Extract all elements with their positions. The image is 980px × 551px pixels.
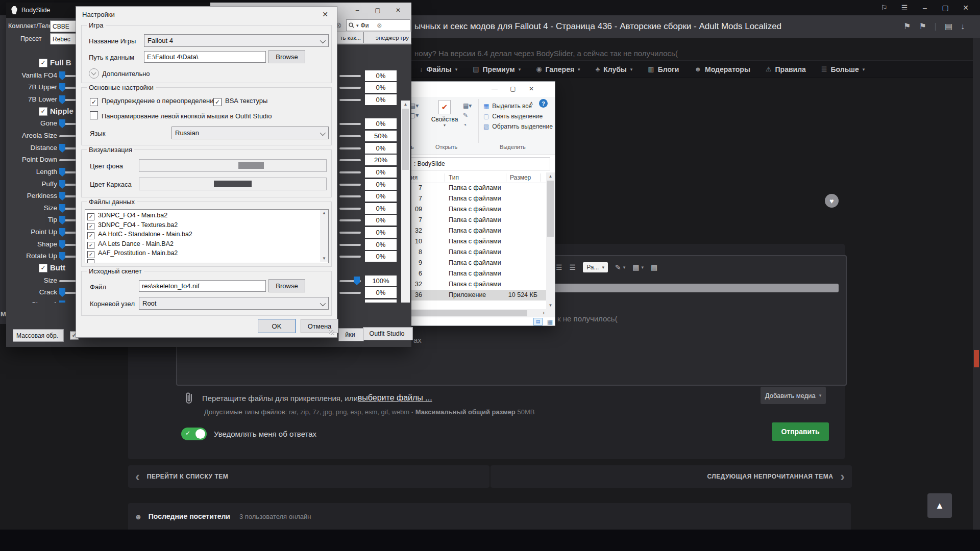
explorer-vscrollbar[interactable]: ▲ ▼ [546, 172, 555, 309]
slider-percent-box[interactable]: 50% [365, 131, 397, 141]
browser-scrollbar[interactable] [973, 38, 980, 530]
slider-thumb[interactable] [59, 119, 65, 128]
file-row[interactable]: 36Приложение10 524 КБ [409, 290, 546, 300]
notify-toggle[interactable]: ✓ [181, 428, 207, 440]
wire-color-swatch[interactable] [139, 178, 327, 190]
resize-grip[interactable] [329, 330, 334, 335]
bg-color-swatch[interactable] [139, 159, 327, 172]
file-row[interactable]: 7Папка с файлами [409, 193, 546, 204]
invert-selection-button[interactable]: ▧ Обратить выделение [483, 121, 553, 132]
file-row[interactable]: 10Папка с файлами [409, 236, 546, 247]
browser-close-button[interactable]: ✕ [955, 0, 976, 15]
slider-track-right[interactable] [339, 244, 361, 246]
advanced-label[interactable]: Дополнительно [102, 70, 150, 78]
slider-percent-box[interactable]: 20% [365, 155, 397, 165]
like-heart-button[interactable]: ♥ [825, 194, 839, 208]
data-file-item[interactable]: ✓3DNPC_FO4 - Main.ba2 [87, 212, 167, 220]
data-file-checkbox[interactable]: ✓ [87, 232, 94, 239]
slider-track-right[interactable] [339, 195, 361, 197]
skeleton-browse-button[interactable]: Browse [268, 279, 305, 292]
dialog-close-button[interactable]: ✕ [314, 7, 336, 21]
bodyslide-close-button[interactable]: ✕ [388, 3, 408, 17]
show-desktop-button[interactable] [974, 530, 977, 551]
slider-track-right[interactable] [339, 87, 361, 89]
advanced-expander-icon[interactable] [89, 68, 99, 79]
slider-panel-scrollbar[interactable]: ▲ ▼ [401, 101, 410, 303]
data-path-input[interactable]: E:\Fallout 4\Data\ [144, 51, 266, 63]
browser-pin-icon[interactable]: ⚐ [874, 0, 894, 15]
root-node-dropdown[interactable]: Root [139, 297, 329, 310]
override-warning-checkbox[interactable]: ✓Предупреждение о переопределении [90, 97, 217, 106]
slider-track-right[interactable] [339, 184, 361, 186]
download-icon[interactable]: ↓ [961, 22, 965, 31]
slider-thumb[interactable] [59, 180, 65, 189]
slider-thumb[interactable] [59, 95, 65, 104]
skeleton-file-input[interactable]: res\skeleton_fo4.nif [139, 280, 266, 292]
next-unread-topic-button[interactable]: СЛЕДУЮЩАЯ НЕПРОЧИТАННАЯ ТЕМА › [491, 465, 852, 488]
slider-thumb[interactable] [59, 168, 65, 177]
submit-button[interactable]: Отправить [772, 422, 829, 441]
bodyslide-maximize-button[interactable]: ▢ [368, 3, 388, 17]
nav-item-клубы[interactable]: ♣Клубы▾ [596, 65, 633, 73]
slider-track-right[interactable] [339, 219, 361, 221]
column-date[interactable]: ия [411, 174, 418, 181]
align-icon[interactable]: ☰ [556, 263, 562, 271]
slider-thumb[interactable] [59, 192, 65, 201]
browser-menu-icon[interactable]: ☰ [894, 0, 915, 15]
slider-percent-box[interactable]: 0% [365, 82, 397, 93]
explorer-close-button[interactable]: ✕ [522, 82, 541, 96]
batch-build-button[interactable]: Массовая обр. [13, 329, 64, 342]
explorer-minimize-button[interactable]: — [485, 82, 504, 96]
align2-icon[interactable]: ☰ [570, 263, 576, 271]
nav-item-модераторы[interactable]: ☻Модераторы [694, 65, 750, 73]
data-file-checkbox[interactable]: ✓ [87, 251, 94, 258]
data-file-item[interactable]: ✓3DNPC_FO4 - Textures.ba2 [87, 221, 178, 230]
slider-percent-box[interactable]: 0% [365, 143, 397, 154]
slider-thumb[interactable] [59, 216, 65, 224]
slider-track-right[interactable] [339, 232, 361, 234]
bodyslide-minimize-button[interactable]: – [347, 3, 368, 17]
hscroll-right-arrow[interactable]: › [543, 309, 545, 316]
data-file-checkbox[interactable]: ✓ [87, 213, 94, 220]
data-files-list[interactable]: ▲ ▼ ✓3DNPC_FO4 - Main.ba2✓3DNPC_FO4 - Te… [85, 209, 329, 263]
data-file-checkbox[interactable]: ✓ [87, 242, 94, 249]
slider-percent-box[interactable]: 0% [365, 287, 397, 298]
slider-track[interactable] [59, 280, 78, 282]
slider-thumb[interactable] [59, 144, 65, 153]
slider-track-right[interactable] [339, 75, 361, 77]
data-file-item[interactable]: ✓AAF_Prostitution - Main.ba2 [87, 249, 178, 258]
details-view-icon[interactable]: ▤ [533, 318, 543, 325]
file-row[interactable]: 32Папка с файлами [409, 226, 546, 236]
scroll-to-top-button[interactable]: ▲ [927, 493, 952, 518]
group-manager-button[interactable]: энеджер гру [363, 32, 411, 43]
go-to-topic-list-button[interactable]: ‹ ПЕРЕЙТИ К СПИСКУ ТЕМ [128, 465, 489, 488]
slider-thumb[interactable] [59, 288, 65, 297]
slider-percent-box[interactable]: 0% [365, 167, 397, 178]
slider-thumb[interactable] [59, 240, 65, 249]
game-name-dropdown[interactable]: Fallout 4 [144, 34, 329, 47]
address-bar[interactable]: : BodySlide [411, 157, 550, 170]
browser-scrollbar-thumb[interactable] [974, 350, 979, 367]
slider-percent-box[interactable]: 100% [365, 276, 397, 286]
slider-track-right[interactable] [339, 256, 361, 258]
nav-item-премиум[interactable]: ▤Премиум▾ [473, 65, 521, 73]
font-size-dropdown[interactable]: Ра...▾ [583, 262, 608, 272]
slider-percent-box[interactable]: 0% [365, 70, 397, 81]
file-row[interactable]: 32Папка с файлами [409, 279, 546, 290]
properties-button[interactable]: ✔ Свойства ▾ [429, 100, 460, 128]
slider-thumb[interactable] [59, 228, 65, 237]
path-browse-button[interactable]: Browse [268, 50, 305, 63]
outfit-dropdown[interactable]: CBBE [50, 20, 79, 32]
slider-thumb[interactable] [354, 277, 360, 285]
file-row[interactable]: 09Папка с файлами [409, 204, 546, 215]
language-dropdown[interactable]: Russian [172, 127, 329, 139]
settings-button-cut[interactable]: йки [338, 328, 364, 341]
slider-thumb[interactable] [59, 204, 65, 213]
data-file-item[interactable]: ✓AA HotC - Standalone - Main.ba2 [87, 231, 192, 239]
deselect-button[interactable]: ▢ Снять выделение [483, 111, 553, 121]
nav-item-блоги[interactable]: ▥Блоги [648, 65, 679, 73]
slider-track-right[interactable] [339, 171, 361, 173]
slider-percent-box[interactable]: 0% [365, 215, 397, 226]
ok-button[interactable]: OK [258, 319, 296, 333]
template-icon[interactable]: ▤▾ [632, 263, 644, 271]
